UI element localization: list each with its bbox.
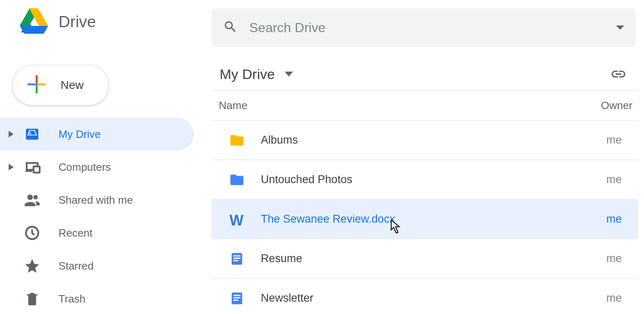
- search-icon: [223, 19, 238, 36]
- recent-icon: [22, 223, 42, 243]
- starred-icon: [22, 256, 42, 276]
- file-row[interactable]: Albums me: [211, 121, 638, 160]
- app-logo-area[interactable]: Drive: [0, 8, 211, 35]
- file-owner: me: [606, 134, 622, 147]
- search-input[interactable]: [249, 20, 604, 35]
- svg-rect-9: [28, 84, 36, 86]
- search-bar[interactable]: [211, 8, 636, 47]
- svg-rect-7: [36, 75, 38, 84]
- search-options-icon[interactable]: [616, 26, 624, 30]
- svg-rect-17: [33, 166, 40, 172]
- expand-icon[interactable]: [7, 131, 15, 137]
- get-link-button[interactable]: [608, 63, 629, 85]
- svg-rect-13: [26, 137, 38, 140]
- svg-rect-10: [37, 84, 46, 86]
- folder-icon: [228, 171, 246, 189]
- column-owner[interactable]: Owner: [601, 99, 632, 112]
- doc-icon: [228, 289, 246, 307]
- new-button[interactable]: New: [12, 65, 109, 105]
- link-icon: [610, 66, 627, 82]
- sidebar-item-label: Trash: [59, 293, 86, 305]
- svg-rect-26: [234, 260, 238, 261]
- sidebar-item-my-drive[interactable]: My Drive: [0, 118, 194, 151]
- svg-rect-18: [25, 170, 32, 172]
- sidebar-item-starred[interactable]: Starred: [0, 249, 194, 282]
- svg-text:W: W: [229, 212, 244, 228]
- file-name: Resume: [261, 252, 606, 265]
- sidebar-item-label: Shared with me: [59, 194, 133, 207]
- file-name: Untouched Photos: [261, 173, 606, 186]
- trash-icon: [22, 289, 42, 309]
- sidebar-item-label: Recent: [59, 227, 92, 240]
- sidebar-item-shared-with-me[interactable]: Shared with me: [0, 184, 194, 216]
- sidebar-item-label: My Drive: [59, 128, 101, 141]
- file-owner: me: [606, 292, 622, 305]
- svg-rect-30: [234, 299, 238, 300]
- svg-point-20: [33, 195, 38, 200]
- doc-icon: [228, 250, 246, 268]
- sidebar-item-recent[interactable]: Recent: [0, 216, 194, 249]
- breadcrumb[interactable]: My Drive: [220, 66, 293, 82]
- expand-icon[interactable]: [7, 164, 15, 170]
- file-owner: me: [606, 213, 622, 226]
- new-button-label: New: [61, 79, 84, 92]
- word-icon: W: [228, 210, 246, 228]
- file-name: Newsletter: [261, 292, 606, 305]
- file-owner: me: [606, 173, 622, 186]
- svg-rect-29: [234, 297, 241, 298]
- file-owner: me: [606, 252, 622, 265]
- drive-icon: [22, 124, 42, 144]
- sidebar-item-label: Starred: [59, 260, 94, 272]
- columns-header: Name Owner: [211, 91, 638, 121]
- sidebar-item-label: Computers: [59, 161, 111, 174]
- svg-rect-28: [234, 295, 241, 296]
- file-row[interactable]: Untouched Photos me: [211, 160, 638, 200]
- file-name: The Sewanee Review.docx: [261, 213, 606, 226]
- svg-point-19: [27, 195, 33, 200]
- computers-icon: [22, 157, 42, 177]
- svg-rect-11: [36, 84, 38, 86]
- file-row[interactable]: W The Sewanee Review.docx me: [211, 200, 638, 239]
- svg-rect-25: [234, 258, 241, 259]
- sidebar-item-trash[interactable]: Trash: [0, 282, 194, 314]
- file-row[interactable]: Resume me: [211, 239, 638, 279]
- sidebar-item-computers[interactable]: Computers: [0, 151, 194, 184]
- file-row[interactable]: Newsletter me: [211, 279, 638, 314]
- file-name: Albums: [261, 134, 606, 147]
- plus-icon: [28, 75, 46, 95]
- shared-icon: [22, 190, 42, 210]
- svg-rect-24: [234, 255, 241, 256]
- app-title: Drive: [59, 13, 96, 31]
- folder-icon: [228, 131, 246, 149]
- column-name[interactable]: Name: [219, 99, 601, 112]
- svg-rect-8: [36, 85, 38, 93]
- breadcrumb-label: My Drive: [220, 66, 275, 82]
- drive-logo-icon: [20, 8, 49, 35]
- chevron-down-icon: [285, 72, 293, 77]
